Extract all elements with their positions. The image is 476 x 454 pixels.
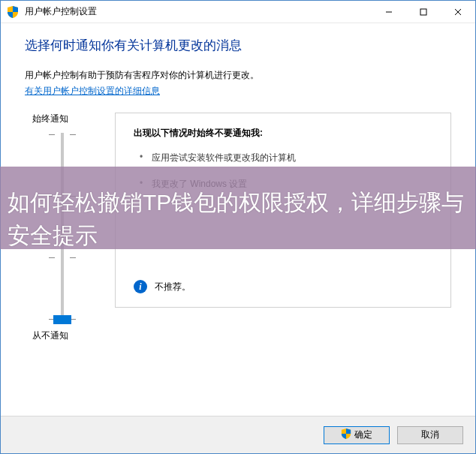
overlay-caption: 如何轻松撤销TP钱包的权限授权，详细步骤与安全提示 <box>8 186 468 251</box>
svg-rect-1 <box>420 9 426 15</box>
slider-label-bottom: 从不通知 <box>25 329 68 342</box>
window-title: 用户帐户控制设置 <box>25 5 372 18</box>
recommendation-text: 不推荐。 <box>155 281 191 293</box>
titlebar: 用户帐户控制设置 <box>1 1 475 23</box>
page-description: 用户帐户控制有助于预防有害程序对你的计算机进行更改。 <box>25 69 451 82</box>
window-controls <box>372 1 475 23</box>
uac-shield-icon <box>341 428 351 441</box>
page-heading: 选择何时通知你有关计算机更改的消息 <box>25 37 451 54</box>
details-link[interactable]: 有关用户帐户控制设置的详细信息 <box>25 85 160 98</box>
slider-thumb[interactable] <box>53 315 71 324</box>
maximize-button[interactable] <box>406 1 441 23</box>
cancel-label: 取消 <box>421 428 439 441</box>
close-button[interactable] <box>441 1 475 23</box>
ok-label: 确定 <box>354 428 372 441</box>
info-icon: i <box>134 280 147 293</box>
cancel-button[interactable]: 取消 <box>397 426 463 444</box>
uac-shield-icon <box>7 6 19 18</box>
info-heading: 出现以下情况时始终不要通知我: <box>134 127 435 140</box>
ok-button[interactable]: 确定 <box>324 426 390 444</box>
slider-label-top: 始终通知 <box>25 113 68 125</box>
footer-bar: 确定 取消 <box>1 416 475 453</box>
recommendation-row: i 不推荐。 <box>134 280 191 293</box>
info-item: 应用尝试安装软件或更改我的计算机 <box>140 152 435 164</box>
minimize-button[interactable] <box>372 1 406 23</box>
